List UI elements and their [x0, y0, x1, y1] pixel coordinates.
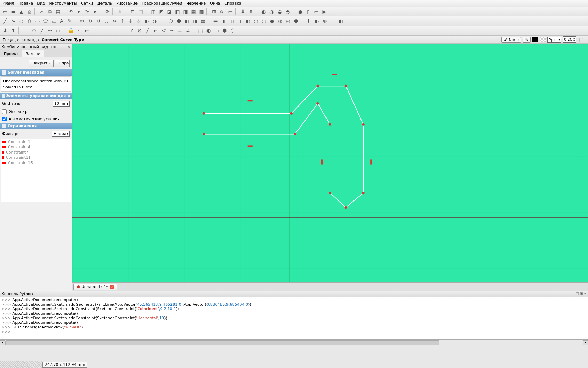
doc-tab[interactable]: ⬢ Unnamed : 1* ×: [74, 284, 117, 290]
toolbar-button[interactable]: ⎙: [26, 8, 33, 15]
toolbar-button[interactable]: ⊹: [46, 27, 54, 34]
toolbar-button[interactable]: ▾: [75, 8, 83, 15]
toolbar-button[interactable]: ~: [168, 27, 176, 34]
toolbar-button[interactable]: ◫: [228, 17, 236, 25]
toolbar-button[interactable]: ◨: [191, 17, 199, 25]
toolbar-button[interactable]: ▭: [313, 8, 320, 15]
menu-Рисование[interactable]: Рисование: [114, 0, 140, 6]
grid-snap-checkbox[interactable]: [2, 109, 7, 114]
toolbar-button[interactable]: ◐: [244, 17, 252, 25]
toolbar-button[interactable]: ⬚: [197, 27, 204, 34]
toolbar-button[interactable]: ▭: [54, 27, 62, 34]
filter-select[interactable]: [52, 131, 70, 137]
toolbar-button[interactable]: ▭: [34, 17, 41, 25]
menu-Черчение[interactable]: Черчение: [184, 0, 208, 6]
toolbar-button[interactable]: ▬: [9, 8, 17, 15]
toolbar-button[interactable]: ⌓: [50, 17, 57, 25]
toolbar-button[interactable]: ℹ: [116, 8, 124, 15]
toolbar-button[interactable]: ▭: [226, 8, 234, 15]
toolbar-button[interactable]: ⊡: [129, 8, 136, 15]
scroll-left-icon[interactable]: ◂: [0, 340, 5, 345]
toolbar-button[interactable]: ▮: [220, 17, 227, 25]
toolbar-button[interactable]: ◧: [174, 8, 181, 15]
menu-Файл[interactable]: Файл: [1, 0, 16, 6]
toolbar-button[interactable]: ·: [22, 27, 30, 34]
toolbar-button[interactable]: ·: [75, 27, 83, 34]
toolbar-button[interactable]: ↓: [127, 17, 134, 25]
toolbar-button[interactable]: ●: [268, 17, 276, 25]
fill-color[interactable]: [540, 37, 546, 42]
menu-Справка[interactable]: Справка: [222, 0, 243, 6]
toolbar-button[interactable]: ⬢: [175, 17, 183, 25]
toolbar-button[interactable]: ◨: [182, 8, 189, 15]
toolbar-button[interactable]: ⌐: [152, 27, 160, 34]
line-color[interactable]: [532, 37, 538, 42]
float-icon[interactable]: ▣: [52, 45, 56, 49]
constraint-item[interactable]: Constraint15: [1, 160, 71, 165]
toolbar-button[interactable]: ▭: [1, 8, 9, 15]
scroll-right-icon[interactable]: ▸: [583, 340, 588, 345]
toolbar-button[interactable]: ▶: [321, 8, 328, 15]
toolbar-button[interactable]: ⬚: [159, 17, 167, 25]
toolbar-button[interactable]: ◐: [313, 17, 321, 25]
toolbar-button[interactable]: ⭯: [103, 17, 110, 25]
toolbar-button[interactable]: ⬆: [247, 8, 255, 15]
toolbar-button[interactable]: ◪: [166, 8, 173, 15]
toolbar-button[interactable]: |: [99, 27, 107, 34]
toolbar-button[interactable]: A⁞: [218, 8, 226, 15]
menu-Инструменты[interactable]: Инструменты: [47, 0, 79, 6]
toolbar-button[interactable]: ⊹: [135, 17, 142, 25]
close-console-icon[interactable]: ✕: [584, 292, 587, 296]
toolbar-button[interactable]: ↔: [111, 17, 118, 25]
toolbar-button[interactable]: ●: [296, 8, 304, 15]
float-icon[interactable]: ▣: [580, 292, 583, 296]
toolbar-button[interactable]: ╱: [38, 27, 46, 34]
toolbar-button[interactable]: ⬠: [42, 17, 49, 25]
toolbar-button[interactable]: ⊞: [210, 8, 218, 15]
toolbar-button[interactable]: ✂: [78, 17, 86, 25]
toolbar-button[interactable]: —: [120, 27, 127, 34]
toolbar-button[interactable]: ◑: [268, 8, 275, 15]
toolbar-button[interactable]: ◐: [143, 17, 150, 25]
close-panel-icon[interactable]: ✕: [68, 45, 70, 49]
toolbar-button[interactable]: ⬢: [292, 17, 300, 25]
toolbar-button[interactable]: ▦: [190, 8, 197, 15]
value-spinner[interactable]: 0,20▲▼: [563, 36, 576, 43]
toolbar-button[interactable]: ▯: [236, 17, 244, 25]
toolbar-button[interactable]: —: [91, 27, 99, 34]
toolbar-button[interactable]: ∿: [9, 17, 17, 25]
solver-header[interactable]: Solver messages: [0, 69, 72, 76]
toolbar-button[interactable]: ✂: [38, 8, 46, 15]
toolbar-button[interactable]: ↶: [67, 8, 75, 15]
constraints-header[interactable]: Ограничения: [0, 123, 72, 129]
toolbar-button[interactable]: ⊕: [321, 17, 329, 25]
toolbar-button[interactable]: ▲: [18, 8, 25, 15]
tab-project[interactable]: Проект: [0, 50, 22, 57]
toolbar-button[interactable]: ◫: [149, 8, 157, 15]
constraint-item[interactable]: Constraint1: [1, 139, 71, 144]
style-none-button[interactable]: 🖌 None: [501, 37, 521, 43]
menu-Правка[interactable]: Правка: [16, 0, 35, 6]
toolbar-button[interactable]: ↑: [119, 17, 126, 25]
toolbar-button[interactable]: ⟳: [104, 8, 111, 15]
toolbar-button[interactable]: ⬯: [26, 17, 33, 25]
toolbar-button[interactable]: ⊙: [30, 27, 38, 34]
toolbar-button[interactable]: =: [176, 27, 184, 34]
constraint-item[interactable]: Constraint7: [1, 150, 71, 155]
toolbar-button[interactable]: ◧: [183, 17, 191, 25]
toolbar-button[interactable]: ▩: [198, 8, 205, 15]
toolbar-button[interactable]: ⊙: [136, 27, 144, 34]
toolbar-button[interactable]: ◎: [284, 17, 292, 25]
toolbar-button[interactable]: ╱: [144, 27, 152, 34]
line-width[interactable]: 2px ▾: [547, 37, 561, 43]
toolbar-button[interactable]: ↷: [83, 8, 91, 15]
toolbar-button[interactable]: ↗: [128, 27, 135, 34]
toolbar-button[interactable]: ≠: [184, 27, 192, 34]
3d-viewport[interactable]: yx: [72, 44, 588, 282]
menu-Вид[interactable]: Вид: [35, 0, 47, 6]
toolbar-button[interactable]: ◒: [276, 8, 284, 15]
toolbar-button[interactable]: 🔒: [67, 27, 75, 34]
toolbar-button[interactable]: ✎: [66, 17, 74, 25]
console-scrollbar[interactable]: ◂ ▸: [0, 340, 588, 345]
help-button[interactable]: Справка: [55, 60, 70, 67]
